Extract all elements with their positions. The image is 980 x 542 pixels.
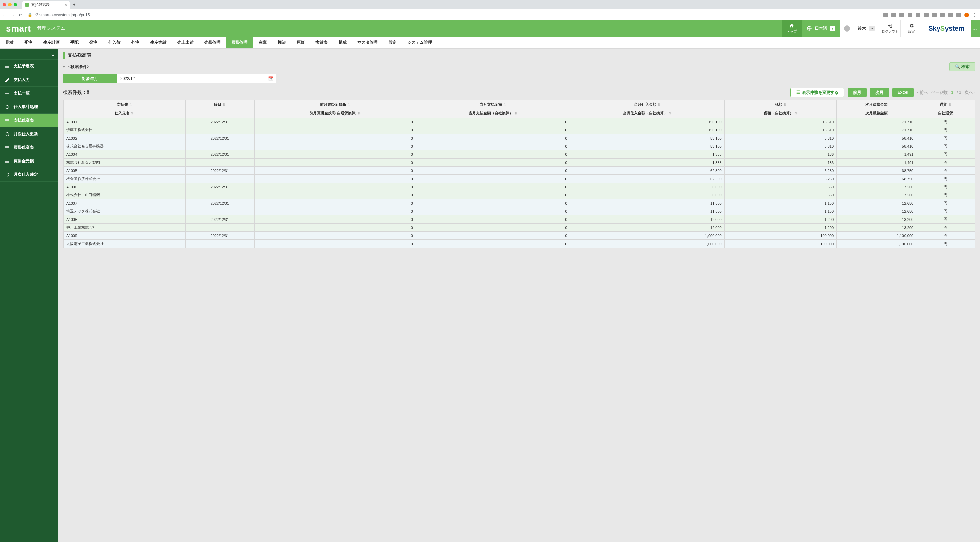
logout-button[interactable]: ログアウト — [879, 20, 900, 37]
ext-icon[interactable] — [899, 13, 904, 17]
sidebar-item[interactable]: 月次仕入確定 — [0, 168, 58, 182]
nav-item[interactable]: 構成 — [333, 37, 352, 48]
table-row[interactable]: A10052022/12/310062,5006,25068,750円 — [64, 167, 975, 175]
nav-item[interactable]: 見積 — [0, 37, 19, 48]
table-row[interactable]: A10062022/12/31006,6006607,260円 — [64, 183, 975, 191]
ext-icon[interactable] — [924, 13, 929, 17]
nav-item[interactable]: 手配 — [65, 37, 84, 48]
column-header[interactable]: 当月仕入金額（自社換算）⇅ — [570, 109, 724, 118]
table-row[interactable]: 株式会社みなと製図001,3551361,491円 — [64, 159, 975, 167]
column-header[interactable]: 当月支払金額（自社換算）⇅ — [416, 109, 570, 118]
home-button[interactable]: トップ — [782, 20, 802, 37]
nav-item[interactable]: 実績表 — [310, 37, 333, 48]
language-picker[interactable]: 日本語 ▾ — [802, 20, 840, 37]
sidebar-item[interactable]: 仕入集計処理 — [0, 100, 58, 114]
window-minimize[interactable] — [8, 3, 11, 6]
table-row[interactable]: A10082022/12/310012,0001,20013,200円 — [64, 215, 975, 223]
column-header[interactable]: 自社通貨 — [916, 109, 975, 118]
calendar-icon[interactable]: 📅 — [268, 76, 273, 81]
sidebar-item[interactable]: 支払残高表 — [0, 114, 58, 128]
collapse-search-toggle[interactable]: ▾ — [63, 65, 65, 69]
nav-item[interactable]: 外注 — [126, 37, 145, 48]
column-header[interactable]: 税額⇅ — [724, 100, 837, 109]
forward-icon[interactable]: → — [11, 13, 15, 17]
nav-item[interactable]: 買掛管理 — [226, 37, 253, 48]
user-menu[interactable]: | 鈴木 ▾ — [840, 20, 879, 37]
nav-item[interactable]: 生産実績 — [145, 37, 172, 48]
window-close[interactable] — [3, 3, 6, 6]
new-tab-button[interactable]: + — [71, 2, 78, 8]
table-row[interactable]: A10042022/12/31001,3551361,491円 — [64, 150, 975, 159]
ext-icon[interactable] — [908, 13, 912, 17]
table-row[interactable]: A10022022/12/310053,1005,31058,410円 — [64, 134, 975, 142]
table-row[interactable]: A10092022/12/31001,000,000100,0001,100,0… — [64, 232, 975, 240]
column-header[interactable]: 次月繰越金額 — [837, 100, 916, 109]
nav-item[interactable]: システム管理 — [402, 37, 438, 48]
column-header[interactable]: 通貨⇅ — [916, 100, 975, 109]
close-icon[interactable]: × — [65, 3, 67, 7]
nav-item[interactable]: 売上出荷 — [172, 37, 199, 48]
change-display-count-button[interactable]: ☰ 表示件数を変更する — [791, 88, 844, 97]
nav-item[interactable]: 仕入荷 — [103, 37, 126, 48]
nav-item[interactable]: 在庫 — [253, 37, 272, 48]
ext-icon[interactable] — [940, 13, 945, 17]
table-row[interactable]: A10012022/12/3100156,10015,610171,710円 — [64, 118, 975, 126]
column-header[interactable]: 当月仕入金額⇅ — [570, 100, 724, 109]
sidebar-item[interactable]: 支払一覧 — [0, 87, 58, 100]
sidebar-item[interactable]: 支払予定表 — [0, 60, 58, 73]
prev-month-button[interactable]: 前月 — [848, 88, 867, 97]
table-row[interactable]: 香川工業株式会社0012,0001,20013,200円 — [64, 223, 975, 232]
browser-tab[interactable]: 支払残高表 × — [22, 1, 70, 9]
nav-item[interactable]: 設定 — [383, 37, 402, 48]
pager-prev[interactable]: ‹ 前へ — [917, 90, 928, 96]
nav-item[interactable]: 受注 — [19, 37, 38, 48]
ext-icon[interactable] — [916, 13, 920, 17]
ext-icon[interactable] — [891, 13, 896, 17]
sidebar-item[interactable]: 月次仕入更新 — [0, 128, 58, 141]
target-period-input[interactable]: 2022/12 📅 — [117, 74, 276, 83]
nav-item[interactable]: 原価 — [291, 37, 310, 48]
search-button[interactable]: 🔍 検索 — [949, 62, 975, 71]
app-header: smart 管理システム トップ 日本語 ▾ | 鈴木 ▾ ログアウト 設定 S… — [0, 20, 980, 37]
table-row[interactable]: 伊藤工株式会社00156,10015,610171,710円 — [64, 126, 975, 134]
nav-item[interactable]: 棚卸 — [272, 37, 291, 48]
window-zoom[interactable] — [14, 3, 17, 6]
collapse-panel-button[interactable]: ︽ — [970, 20, 980, 37]
table-row[interactable]: A10072022/12/310011,5001,15012,650円 — [64, 199, 975, 207]
next-month-button[interactable]: 次月 — [870, 88, 889, 97]
nav-item[interactable]: マスタ管理 — [352, 37, 383, 48]
table-row[interactable]: 株式会社名古屋事務器0053,1005,31058,410円 — [64, 142, 975, 150]
nav-item[interactable]: 発注 — [84, 37, 103, 48]
back-icon[interactable]: ← — [3, 13, 7, 17]
table-row[interactable]: 板倉製作所株式会社0062,5006,25068,750円 — [64, 175, 975, 183]
column-header[interactable]: 仕入先名⇅ — [64, 109, 186, 118]
address-bar[interactable]: 🔒 r3.smart-skysystem.jp/pu/pu15 — [28, 13, 90, 17]
pager-next[interactable]: 次へ › — [965, 90, 975, 96]
ext-icon[interactable] — [883, 13, 888, 17]
table-row[interactable]: 大阪電子工業株式会社001,000,000100,0001,100,000円 — [64, 240, 975, 248]
ext-icon[interactable] — [932, 13, 937, 17]
ext-icon[interactable] — [948, 13, 953, 17]
table-row[interactable]: 株式会社 山口精機006,6006607,260円 — [64, 191, 975, 199]
reload-icon[interactable]: ⟳ — [19, 13, 22, 17]
settings-button[interactable]: 設定 — [900, 20, 922, 37]
sort-icon: ⇅ — [347, 103, 350, 106]
sidebar-item[interactable]: 買掛残高表 — [0, 141, 58, 155]
column-header[interactable]: 次月繰越金額 — [837, 109, 916, 118]
nav-item[interactable]: 生産計画 — [38, 37, 65, 48]
column-header[interactable]: 前月買掛金残高⇅ — [254, 100, 416, 109]
sidebar-item[interactable]: 支払入力 — [0, 73, 58, 87]
sidebar-item[interactable]: 買掛金元帳 — [0, 155, 58, 168]
column-header[interactable]: 当月支払金額⇅ — [416, 100, 570, 109]
sidebar-collapse-button[interactable]: « — [0, 49, 58, 60]
nav-item[interactable]: 売掛管理 — [199, 37, 226, 48]
kebab-icon[interactable]: ⋮ — [972, 13, 977, 17]
ext-icon[interactable] — [956, 13, 961, 17]
excel-export-button[interactable]: Excel — [892, 88, 914, 97]
column-header[interactable]: 前月買掛金残高(自通貨換算)⇅ — [254, 109, 416, 118]
ext-icon[interactable] — [964, 13, 969, 17]
column-header[interactable]: 締日⇅ — [185, 100, 254, 109]
column-header[interactable]: 支払先⇅ — [64, 100, 186, 109]
column-header[interactable]: 税額（自社換算）⇅ — [724, 109, 837, 118]
table-row[interactable]: 埼玉テック株式会社0011,5001,15012,650円 — [64, 207, 975, 215]
